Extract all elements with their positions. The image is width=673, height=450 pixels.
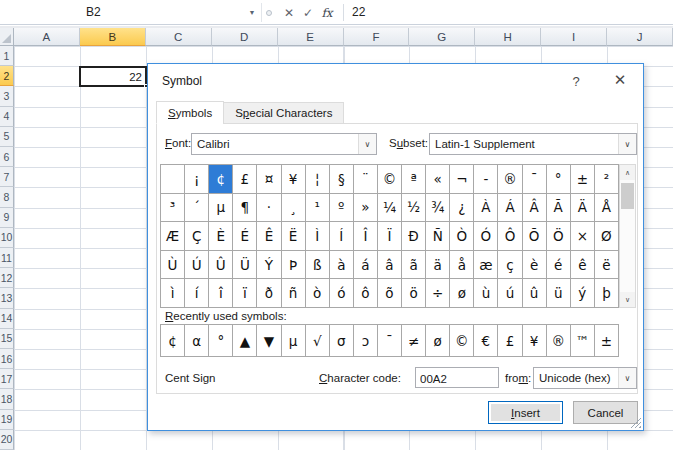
symbol-cell[interactable]: Ö bbox=[547, 222, 571, 251]
symbol-cell[interactable]: Ä bbox=[571, 194, 595, 223]
recent-symbol-cell[interactable]: € bbox=[474, 325, 498, 357]
insert-function-button[interactable]: fx bbox=[318, 3, 336, 22]
symbol-cell[interactable]: é bbox=[547, 251, 571, 280]
column-header-h[interactable]: H bbox=[475, 28, 541, 46]
row-header-4[interactable]: 4 bbox=[0, 107, 14, 127]
symbol-cell[interactable]: ½ bbox=[402, 194, 426, 223]
symbol-cell[interactable]: ô bbox=[354, 279, 378, 308]
character-code-input[interactable] bbox=[415, 367, 499, 388]
symbol-cell[interactable]: ¾ bbox=[426, 194, 450, 223]
cancel-button[interactable]: Cancel bbox=[573, 401, 638, 424]
row-header-8[interactable]: 8 bbox=[0, 187, 14, 207]
symbol-cell[interactable]: Ó bbox=[474, 222, 498, 251]
symbol-cell[interactable]: ² bbox=[595, 165, 619, 194]
symbol-cell[interactable]: ¦ bbox=[306, 165, 330, 194]
symbol-cell[interactable]: È bbox=[209, 222, 233, 251]
symbol-cell[interactable]: Ý bbox=[257, 251, 281, 280]
column-header-f[interactable]: F bbox=[344, 28, 410, 46]
symbol-cell[interactable]: Û bbox=[209, 251, 233, 280]
symbol-cell[interactable]: ä bbox=[426, 251, 450, 280]
scroll-down-button[interactable]: ∨ bbox=[620, 292, 635, 307]
row-header-2[interactable]: 2 bbox=[0, 66, 14, 86]
column-header-a[interactable]: A bbox=[14, 28, 80, 46]
row-header-17[interactable]: 17 bbox=[0, 369, 14, 389]
recent-symbol-cell[interactable]: ø bbox=[426, 325, 450, 357]
symbol-cell[interactable]: ¿ bbox=[450, 194, 474, 223]
symbol-cell[interactable]: ñ bbox=[282, 279, 306, 308]
symbol-cell[interactable]: Ú bbox=[185, 251, 209, 280]
symbol-cell[interactable]: Ã bbox=[547, 194, 571, 223]
symbol-cell[interactable]: ú bbox=[498, 279, 522, 308]
symbol-cell[interactable]: Á bbox=[498, 194, 522, 223]
symbol-cell[interactable]: Ê bbox=[257, 222, 281, 251]
symbol-cell[interactable]: í bbox=[185, 279, 209, 308]
symbol-cell[interactable]: ü bbox=[547, 279, 571, 308]
recent-symbol-cell[interactable]: ¥ bbox=[523, 325, 547, 357]
symbol-cell[interactable]: Ï bbox=[378, 222, 402, 251]
formula-enter-button[interactable]: ✓ bbox=[299, 3, 317, 22]
symbol-cell[interactable]: ã bbox=[402, 251, 426, 280]
symbol-cell[interactable]: Å bbox=[595, 194, 619, 223]
symbol-cell[interactable]: À bbox=[474, 194, 498, 223]
recent-symbol-cell[interactable]: α bbox=[185, 325, 209, 357]
tab-special-characters[interactable]: Special Characters bbox=[223, 102, 344, 124]
column-header-b[interactable]: B bbox=[80, 28, 146, 46]
insert-button[interactable]: Insert bbox=[488, 401, 563, 424]
symbol-cell[interactable]: Ø bbox=[595, 222, 619, 251]
symbol-cell[interactable]: Ü bbox=[233, 251, 257, 280]
symbol-cell[interactable]: ´ bbox=[185, 194, 209, 223]
symbol-cell[interactable]: å bbox=[450, 251, 474, 280]
symbol-cell[interactable]: ÷ bbox=[426, 279, 450, 308]
tab-symbols[interactable]: Symbols bbox=[156, 101, 224, 124]
symbol-cell[interactable]: â bbox=[378, 251, 402, 280]
recent-symbol-cell[interactable]: √ bbox=[306, 325, 330, 357]
symbol-cell[interactable]: ë bbox=[595, 251, 619, 280]
subset-combobox[interactable]: Latin-1 Supplement ∨ bbox=[429, 133, 637, 155]
symbol-cell[interactable]: ð bbox=[257, 279, 281, 308]
symbol-cell[interactable]: ò bbox=[306, 279, 330, 308]
symbol-cell[interactable]: ® bbox=[498, 165, 522, 194]
symbol-cell[interactable]: ó bbox=[330, 279, 354, 308]
help-button[interactable]: ? bbox=[567, 72, 585, 90]
column-header-i[interactable]: I bbox=[541, 28, 607, 46]
symbol-cell[interactable]: è bbox=[523, 251, 547, 280]
row-header-16[interactable]: 16 bbox=[0, 349, 14, 369]
row-header-15[interactable]: 15 bbox=[0, 329, 14, 349]
row-header-11[interactable]: 11 bbox=[0, 248, 14, 268]
symbol-cell[interactable]: ¯ bbox=[523, 165, 547, 194]
symbol-cell[interactable]: ¬ bbox=[450, 165, 474, 194]
symbol-cell[interactable]: ¢ bbox=[209, 165, 233, 194]
recent-symbol-cell[interactable]: ≠ bbox=[402, 325, 426, 357]
symbol-cell[interactable]: Í bbox=[330, 222, 354, 251]
symbol-cell[interactable]: Ô bbox=[498, 222, 522, 251]
symbol-cell[interactable]: û bbox=[523, 279, 547, 308]
recent-symbol-cell[interactable]: ɔ bbox=[354, 325, 378, 357]
symbol-cell[interactable]: × bbox=[571, 222, 595, 251]
formula-cancel-button[interactable]: ✕ bbox=[280, 3, 298, 22]
symbol-cell[interactable]: Õ bbox=[523, 222, 547, 251]
row-header-13[interactable]: 13 bbox=[0, 288, 14, 308]
symbol-cell[interactable]: © bbox=[378, 165, 402, 194]
close-button[interactable]: ✕ bbox=[609, 70, 631, 90]
column-header-d[interactable]: D bbox=[212, 28, 278, 46]
recent-symbol-cell[interactable]: ¢ bbox=[161, 325, 185, 357]
row-header-6[interactable]: 6 bbox=[0, 147, 14, 167]
symbol-cell[interactable]: » bbox=[354, 194, 378, 223]
selected-cell-b2[interactable]: 22 bbox=[79, 66, 147, 87]
row-header-20[interactable]: 20 bbox=[0, 430, 14, 450]
row-header-3[interactable]: 3 bbox=[0, 86, 14, 106]
symbol-cell[interactable]: ª bbox=[402, 165, 426, 194]
recent-symbol-cell[interactable]: £ bbox=[498, 325, 522, 357]
recent-symbol-cell[interactable]: ▼ bbox=[257, 325, 281, 357]
symbol-cell[interactable]: ì bbox=[161, 279, 185, 308]
symbol-cell[interactable]: Ç bbox=[185, 222, 209, 251]
select-all-button[interactable] bbox=[0, 28, 14, 46]
symbol-cell[interactable]: É bbox=[233, 222, 257, 251]
symbol-cell[interactable]: ö bbox=[402, 279, 426, 308]
symbol-cell[interactable]: á bbox=[354, 251, 378, 280]
symbol-cell[interactable]: º bbox=[330, 194, 354, 223]
symbol-cell[interactable]: Ò bbox=[450, 222, 474, 251]
recent-symbol-cell[interactable]: ¯ bbox=[378, 325, 402, 357]
symbol-cell[interactable]: õ bbox=[378, 279, 402, 308]
symbol-cell[interactable]: ± bbox=[571, 165, 595, 194]
